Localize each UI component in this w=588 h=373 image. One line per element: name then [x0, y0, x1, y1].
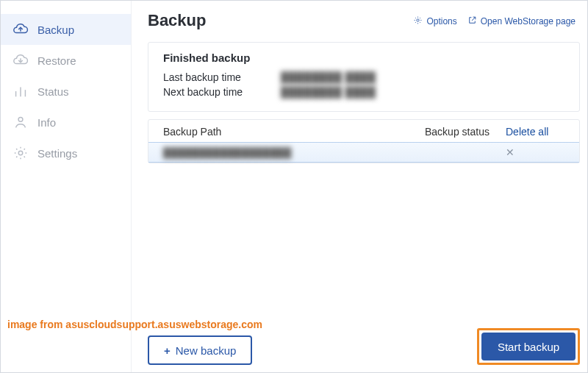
person-icon: [12, 114, 29, 130]
sidebar-item-info[interactable]: Info: [1, 107, 131, 138]
sidebar-item-restore[interactable]: Restore: [1, 45, 131, 76]
plus-icon: +: [164, 344, 171, 357]
options-label: Options: [426, 16, 456, 26]
new-backup-button[interactable]: + New backup: [148, 335, 252, 365]
sidebar-item-label: Restore: [37, 54, 76, 67]
table-row[interactable]: ██████████████████ ✕: [148, 142, 579, 163]
next-backup-value: ████████ ████: [281, 86, 376, 98]
sidebar-item-backup[interactable]: Backup: [1, 14, 131, 45]
row-delete-icon[interactable]: ✕: [506, 146, 517, 158]
delete-all-link[interactable]: Delete all: [506, 126, 548, 138]
sidebar-item-status[interactable]: Status: [1, 76, 131, 107]
new-backup-label: New backup: [176, 344, 237, 357]
main-pane: Backup Options Open WebStorage page: [132, 1, 587, 372]
next-backup-row: Next backup time ████████ ████: [163, 86, 564, 98]
sidebar-item-label: Settings: [37, 147, 77, 160]
finished-backup-panel: Finished backup Last backup time ███████…: [148, 42, 580, 112]
start-backup-button[interactable]: Start backup: [481, 333, 576, 360]
open-webstorage-label: Open WebStorage page: [481, 16, 576, 26]
options-link[interactable]: Options: [413, 15, 456, 27]
start-backup-label: Start backup: [498, 341, 559, 353]
backup-path-panel: Backup Path Backup status Delete all ███…: [148, 119, 580, 163]
external-link-icon: [467, 15, 477, 27]
cloud-down-icon: [12, 52, 29, 68]
svg-point-0: [18, 117, 23, 121]
last-backup-value: ████████ ████: [281, 71, 376, 83]
row-path-value: ██████████████████: [163, 147, 425, 158]
last-backup-row: Last backup time ████████ ████: [163, 71, 564, 83]
attribution-text: image from asuscloudsupport.asuswebstora…: [7, 319, 262, 330]
finished-title: Finished backup: [163, 51, 564, 64]
sidebar-item-label: Backup: [37, 24, 74, 36]
gear-icon: [12, 145, 29, 161]
cloud-up-icon: [12, 21, 29, 38]
sidebar-item-settings[interactable]: Settings: [1, 138, 131, 168]
open-webstorage-link[interactable]: Open WebStorage page: [467, 15, 576, 27]
svg-point-1: [18, 151, 23, 155]
col-status-header: Backup status: [425, 126, 506, 138]
next-backup-label: Next backup time: [163, 86, 281, 98]
svg-point-2: [417, 19, 419, 21]
col-path-header: Backup Path: [163, 126, 425, 138]
last-backup-label: Last backup time: [163, 71, 281, 83]
start-backup-highlight: Start backup: [477, 328, 580, 365]
gear-icon: [413, 15, 423, 27]
table-header: Backup Path Backup status Delete all: [148, 120, 579, 142]
sidebar: Backup Restore Status Info Settings: [1, 1, 132, 372]
page-title: Backup: [148, 11, 206, 30]
bar-chart-icon: [12, 83, 29, 99]
footer: + New backup Start backup: [148, 328, 580, 365]
sidebar-item-label: Info: [37, 116, 56, 129]
sidebar-item-label: Status: [37, 85, 69, 98]
page-header: Backup Options Open WebStorage page: [148, 11, 580, 30]
header-actions: Options Open WebStorage page: [413, 11, 580, 27]
